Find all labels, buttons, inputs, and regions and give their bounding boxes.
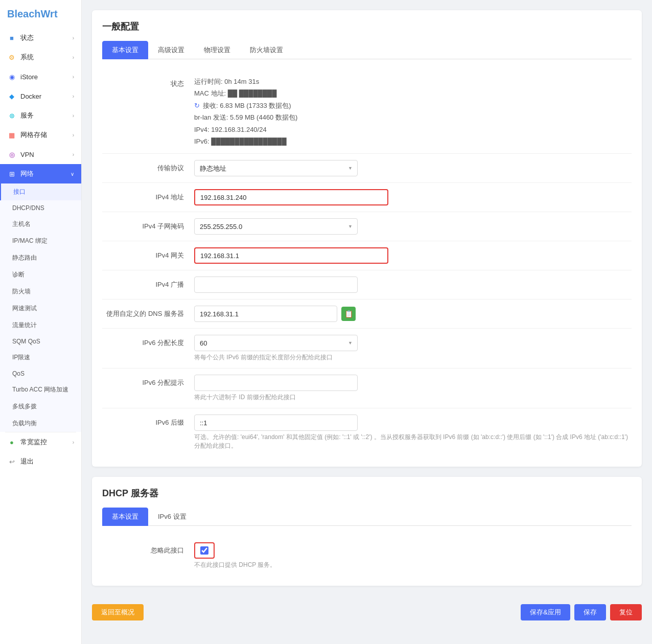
tab-advanced[interactable]: 高级设置: [148, 41, 194, 59]
protocol-label: 传输协议: [102, 160, 194, 173]
add-dns-button[interactable]: 📋: [341, 307, 356, 321]
sidebar-item-status[interactable]: ■ 状态 ›: [0, 28, 81, 48]
ipv6-assign-hint-input[interactable]: [194, 375, 358, 391]
sidebar-item-dhcp[interactable]: DHCP/DNS: [0, 200, 81, 216]
status-row: 状态 运行时间: 0h 14m 31s MAC 地址: ██ ████████ …: [102, 70, 632, 154]
chevron-icon: ›: [73, 35, 74, 41]
sidebar-item-network[interactable]: ⊞ 网络 ∨: [0, 164, 81, 183]
custom-dns-input[interactable]: [194, 306, 337, 322]
protocol-select[interactable]: 静态地址: [194, 160, 358, 176]
custom-dns-row: 使用自定义的 DNS 服务器 📋: [102, 300, 632, 329]
ipv4-addr-content: [194, 189, 632, 205]
chevron-icon: ›: [73, 55, 74, 60]
ipv6-suffix-input[interactable]: [194, 415, 358, 431]
reset-button[interactable]: 复位: [610, 604, 642, 620]
sidebar-item-sqm[interactable]: SQM QoS: [0, 334, 81, 349]
sidebar-item-speedtest[interactable]: 网速测试: [0, 300, 81, 317]
page-title: 一般配置: [102, 20, 632, 33]
ipv6-assign-len-select[interactable]: 60: [194, 335, 358, 351]
status-content: 运行时间: 0h 14m 31s MAC 地址: ██ ████████ ↻ 接…: [194, 76, 632, 147]
istore-icon: ◉: [7, 72, 16, 81]
ipv6-suffix-row: IPv6 后缀 可选。允许的值: 'eui64', 'random' 和其他固定…: [102, 408, 632, 456]
sidebar-item-label: 退出: [20, 457, 34, 466]
ignore-interface-row: 忽略此接口 不在此接口提供 DHCP 服务。: [102, 536, 632, 576]
custom-dns-label: 使用自定义的 DNS 服务器: [102, 306, 194, 318]
protocol-content: 静态地址: [194, 160, 632, 176]
ipv4-addr-label: IPv4 地址: [102, 189, 194, 202]
chevron-down-icon: ∨: [71, 171, 74, 177]
dhcp-card: DHCP 服务器 基本设置 IPv6 设置 忽略此接口 不在此接口提供 DHCP…: [92, 477, 642, 586]
sidebar-item-turbo-acc[interactable]: Turbo ACC 网络加速: [0, 381, 81, 398]
ipv4-gateway-input[interactable]: [194, 247, 388, 264]
save-apply-button[interactable]: 保存&应用: [521, 604, 570, 620]
ipv4-gateway-label: IPv4 网关: [102, 247, 194, 260]
sidebar-item-docker[interactable]: ◆ Docker ›: [0, 86, 81, 106]
main-content: 一般配置 基本设置 高级设置 物理设置 防火墙设置 状态 运行时间: 0h 14…: [82, 0, 652, 644]
sidebar-item-storage[interactable]: ▦ 网格存储 ›: [0, 125, 81, 145]
tab-firewall[interactable]: 防火墙设置: [240, 41, 293, 59]
sidebar-item-diagnose[interactable]: 诊断: [0, 266, 81, 283]
save-button[interactable]: 保存: [574, 604, 606, 620]
ignore-interface-checkbox[interactable]: [200, 546, 208, 555]
rx-text: ↻ 接收: 6.83 MB (17333 数据包): [194, 100, 632, 111]
app-logo: BleachWrt: [0, 0, 81, 28]
sidebar-item-traffic[interactable]: 流量统计: [0, 317, 81, 334]
ipv4-status-text: IPv4: 192.168.31.240/24: [194, 124, 632, 135]
uptime-text: 运行时间: 0h 14m 31s: [194, 76, 632, 87]
ipv4-broadcast-input[interactable]: [194, 277, 358, 293]
sidebar-item-hostname[interactable]: 主机名: [0, 216, 81, 233]
ipv4-mask-label: IPv4 子网掩码: [102, 218, 194, 231]
sidebar-item-system[interactable]: ⚙ 系统 ›: [0, 48, 81, 67]
ipv6-assign-len-label: IPv6 分配长度: [102, 335, 194, 348]
sidebar-item-label: Docker: [20, 93, 41, 100]
ipv6-assign-hint-row: IPv6 分配提示 将此十六进制子 ID 前缀分配给此接口: [102, 369, 632, 408]
sidebar-item-services[interactable]: ⊛ 服务 ›: [0, 106, 81, 125]
ipv4-addr-input[interactable]: [194, 189, 388, 205]
ipv4-broadcast-label: IPv4 广播: [102, 277, 194, 289]
chevron-icon: ›: [73, 132, 74, 138]
chevron-icon: ›: [73, 440, 74, 445]
monitor-icon: ●: [7, 438, 16, 447]
status-icon: ■: [7, 33, 16, 42]
ipv6-assign-len-hint: 将每个公共 IPv6 前缀的指定长度部分分配给此接口: [194, 353, 632, 362]
sidebar-item-monitor[interactable]: ● 常宽监控 ›: [0, 432, 81, 452]
ipv6-suffix-hint: 可选。允许的值: 'eui64', 'random' 和其他固定值 (例如: '…: [194, 433, 632, 450]
add-icon: 📋: [344, 310, 353, 318]
sidebar-item-label: VPN: [20, 151, 34, 158]
sidebar-item-load-balance[interactable]: 负载均衡: [0, 415, 81, 432]
tab-physical[interactable]: 物理设置: [194, 41, 240, 59]
ipv6-assign-hint-label: IPv6 分配提示: [102, 375, 194, 387]
sidebar-item-firewall[interactable]: 防火墙: [0, 283, 81, 300]
return-button[interactable]: 返回至概况: [92, 604, 144, 620]
ipv4-mask-select-wrap: 255.255.255.0: [194, 218, 358, 235]
refresh-icon[interactable]: ↻: [194, 100, 200, 111]
tab-dhcp-ipv6[interactable]: IPv6 设置: [148, 508, 196, 526]
ipv6-suffix-label: IPv6 后缀: [102, 415, 194, 427]
sidebar-item-logout[interactable]: ↩ 退出: [0, 452, 81, 471]
protocol-row: 传输协议 静态地址: [102, 154, 632, 183]
sidebar-item-istore[interactable]: ◉ iStore ›: [0, 67, 81, 86]
sidebar-item-label: 系统: [20, 53, 34, 62]
sidebar-item-interface[interactable]: 接口: [0, 183, 81, 200]
tab-basic[interactable]: 基本设置: [102, 41, 148, 59]
ipv6-assign-hint-text: 将此十六进制子 ID 前缀分配给此接口: [194, 393, 632, 402]
ipv4-mask-select[interactable]: 255.255.255.0: [194, 218, 358, 235]
logout-icon: ↩: [7, 457, 16, 466]
ipv4-mask-content: 255.255.255.0: [194, 218, 632, 235]
ipv6-assign-len-select-wrap: 60: [194, 335, 358, 351]
sidebar-item-static-route[interactable]: 静态路由: [0, 249, 81, 266]
tab-dhcp-basic[interactable]: 基本设置: [102, 508, 148, 526]
ipv6-assign-len-content: 60 将每个公共 IPv6 前缀的指定长度部分分配给此接口: [194, 335, 632, 362]
sidebar-item-qos[interactable]: QoS: [0, 366, 81, 381]
ipv4-gateway-content: [194, 247, 632, 264]
ipv6-assign-len-row: IPv6 分配长度 60 将每个公共 IPv6 前缀的指定长度部分分配给此接口: [102, 329, 632, 369]
sidebar-item-ipmac[interactable]: IP/MAC 绑定: [0, 233, 81, 249]
ignore-interface-content: 不在此接口提供 DHCP 服务。: [194, 542, 632, 569]
sidebar-item-ip-limit[interactable]: IP限速: [0, 349, 81, 366]
sidebar-item-label: 网格存储: [20, 130, 47, 140]
sidebar-item-vpn[interactable]: ◎ VPN ›: [0, 145, 81, 164]
footer-bar: 返回至概况 保存&应用 保存 复位: [92, 596, 642, 623]
sidebar-item-label: 服务: [20, 111, 34, 120]
sidebar-item-multiwan[interactable]: 多线多拨: [0, 398, 81, 415]
ignore-interface-hint: 不在此接口提供 DHCP 服务。: [194, 561, 632, 569]
